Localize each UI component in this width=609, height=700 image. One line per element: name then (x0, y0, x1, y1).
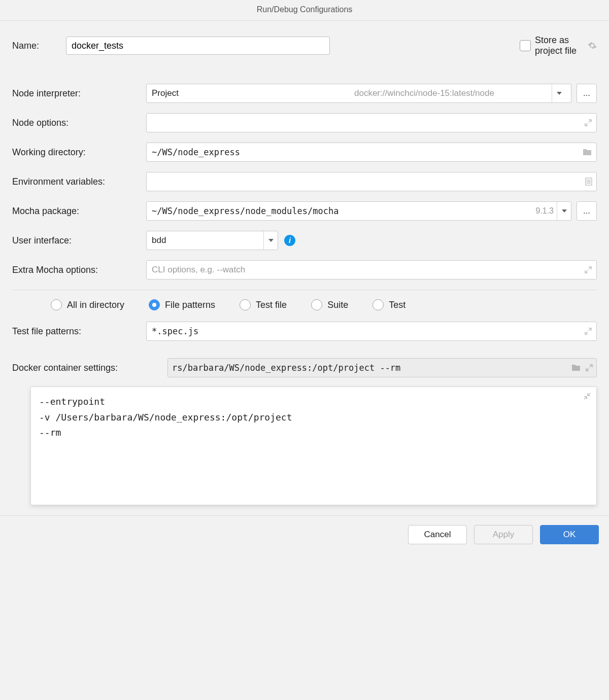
cancel-button[interactable]: Cancel (408, 525, 467, 544)
node-options-label: Node options: (12, 118, 140, 128)
working-directory-label: Working directory: (12, 147, 140, 158)
test-file-patterns-row: Test file patterns: *.spec.js (12, 322, 597, 341)
radio-label: Test (389, 300, 405, 310)
radio-label: All in directory (67, 300, 124, 310)
radio-icon (51, 299, 62, 310)
name-row: Name: Store as project file (12, 35, 597, 56)
folder-icon[interactable] (571, 364, 581, 372)
user-interface-row: User interface: bdd i (12, 231, 597, 250)
node-interpreter-select[interactable]: Project docker://winchci/node-15:latest/… (146, 84, 571, 103)
folder-icon[interactable] (582, 148, 592, 156)
scope-radio-group: All in directory File patterns Test file… (12, 299, 597, 310)
mocha-package-value: ~/WS/node_express/node_modules/mocha (152, 206, 535, 216)
radio-test[interactable]: Test (373, 299, 405, 310)
extra-mocha-label: Extra Mocha options: (12, 265, 140, 275)
test-file-patterns-input[interactable]: *.spec.js (146, 322, 597, 341)
name-input[interactable] (66, 37, 330, 55)
mocha-package-version: 9.1.3 (535, 206, 557, 216)
name-label: Name: (12, 41, 61, 51)
working-directory-value: ~/WS/node_express (152, 147, 591, 157)
chevron-down-icon[interactable] (263, 231, 278, 250)
docker-settings-expanded[interactable]: --entrypoint -v /Users/barbara/WS/node_e… (30, 387, 597, 505)
extra-mocha-row: Extra Mocha options: CLI options, e.g. -… (12, 260, 597, 279)
dialog-content: Name: Store as project file Node interpr… (0, 21, 609, 515)
gear-icon[interactable] (588, 41, 597, 50)
node-interpreter-path: docker://winchci/node-15:latest/node (354, 88, 552, 98)
node-options-input[interactable] (146, 113, 597, 132)
radio-label: File patterns (165, 300, 215, 310)
radio-icon (373, 299, 384, 310)
store-as-project-group: Store as project file (520, 35, 597, 56)
user-interface-select[interactable]: bdd (146, 231, 278, 250)
radio-test-file[interactable]: Test file (240, 299, 287, 310)
expand-icon[interactable] (584, 119, 592, 127)
radio-icon (311, 299, 322, 310)
mocha-package-label: Mocha package: (12, 206, 140, 217)
apply-button[interactable]: Apply (474, 525, 533, 544)
test-file-patterns-value: *.spec.js (152, 326, 591, 336)
list-icon[interactable] (585, 178, 592, 186)
store-as-project-checkbox[interactable] (520, 40, 531, 51)
user-interface-value: bdd (147, 235, 263, 246)
chevron-down-icon[interactable] (557, 202, 571, 220)
mocha-package-select[interactable]: ~/WS/node_express/node_modules/mocha 9.1… (146, 201, 571, 221)
dialog-title: Run/Debug Configurations (0, 0, 609, 21)
env-vars-input[interactable] (146, 172, 597, 191)
node-interpreter-prefix: Project (152, 88, 349, 98)
node-options-row: Node options: (12, 113, 597, 132)
ok-button[interactable]: OK (540, 525, 599, 544)
store-as-project-label: Store as project file (535, 35, 584, 56)
test-file-patterns-label: Test file patterns: (12, 326, 140, 337)
expand-icon[interactable] (584, 266, 592, 274)
separator (12, 290, 597, 290)
extra-mocha-input[interactable]: CLI options, e.g. --watch (146, 260, 597, 279)
expand-icon[interactable] (584, 327, 592, 335)
radio-label: Test file (256, 300, 287, 310)
env-vars-row: Environment variables: (12, 172, 597, 191)
collapse-icon[interactable] (583, 392, 591, 400)
chevron-down-icon[interactable] (552, 84, 566, 102)
extra-mocha-placeholder: CLI options, e.g. --watch (152, 265, 591, 275)
user-interface-label: User interface: (12, 235, 140, 246)
working-directory-input[interactable]: ~/WS/node_express (146, 143, 597, 162)
working-directory-row: Working directory: ~/WS/node_express (12, 143, 597, 162)
radio-icon (149, 299, 160, 310)
radio-suite[interactable]: Suite (311, 299, 348, 310)
mocha-package-browse-button[interactable]: ... (577, 201, 597, 221)
node-interpreter-row: Node interpreter: Project docker://winch… (12, 84, 597, 103)
docker-settings-row: Docker container settings: rs/barbara/WS… (12, 358, 597, 377)
radio-all-in-directory[interactable]: All in directory (51, 299, 124, 310)
node-interpreter-label: Node interpreter: (12, 88, 140, 99)
radio-label: Suite (327, 300, 348, 310)
docker-settings-value: rs/barbara/WS/node_express:/opt/project … (172, 363, 400, 373)
docker-settings-input[interactable]: rs/barbara/WS/node_express:/opt/project … (167, 358, 597, 377)
mocha-package-row: Mocha package: ~/WS/node_express/node_mo… (12, 201, 597, 221)
docker-settings-label: Docker container settings: (12, 363, 159, 373)
node-interpreter-browse-button[interactable]: ... (577, 84, 597, 103)
expand-icon[interactable] (585, 364, 593, 372)
docker-settings-expanded-text: --entrypoint -v /Users/barbara/WS/node_e… (39, 396, 292, 438)
info-icon[interactable]: i (284, 235, 295, 246)
radio-icon (240, 299, 251, 310)
radio-file-patterns[interactable]: File patterns (149, 299, 215, 310)
dialog-footer: Cancel Apply OK (0, 515, 609, 553)
env-vars-label: Environment variables: (12, 177, 140, 187)
